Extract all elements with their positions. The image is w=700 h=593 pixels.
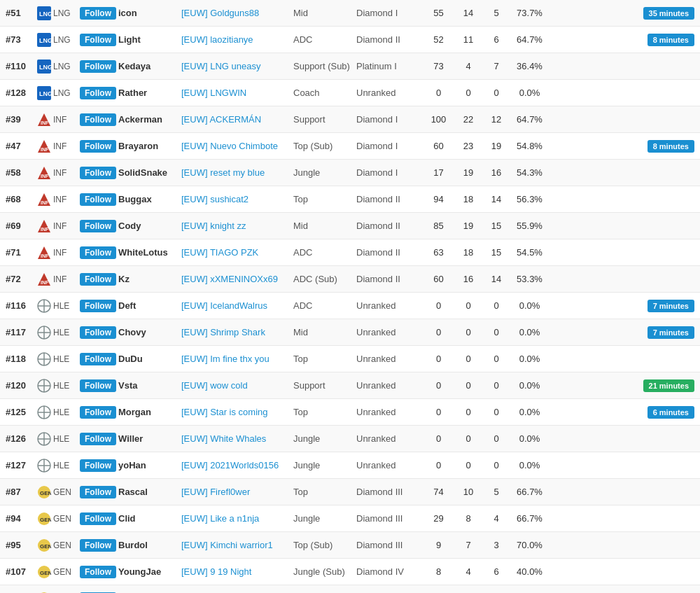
player-rank: #47 <box>6 141 35 151</box>
follow-cell: Follow <box>80 406 118 419</box>
player-name: Burdol <box>118 540 181 550</box>
team-code: INF <box>53 195 80 204</box>
games-count: 0 <box>423 460 454 470</box>
follow-button[interactable]: Follow <box>80 353 116 365</box>
player-account[interactable]: [EUW] ACKERMÁN <box>181 114 293 125</box>
player-rank: #71 <box>6 247 35 258</box>
player-role: Top <box>293 407 356 417</box>
follow-button[interactable]: Follow <box>80 566 116 578</box>
follow-button[interactable]: Follow <box>80 539 116 552</box>
follow-button[interactable]: Follow <box>80 167 116 179</box>
follow-button[interactable]: Follow <box>80 220 116 232</box>
svg-text:INF: INF <box>41 200 49 205</box>
player-rank: #87 <box>6 487 35 497</box>
player-role: Jungle <box>293 513 356 524</box>
follow-button[interactable]: Follow <box>80 246 116 259</box>
follow-button[interactable]: Follow <box>80 512 116 525</box>
games-count: 94 <box>423 194 454 204</box>
player-role: Top <box>293 354 356 364</box>
win-rate: 64.7% <box>510 34 549 45</box>
player-account[interactable]: [EUW] knight zz <box>181 221 293 231</box>
follow-cell: Follow <box>80 300 118 312</box>
follow-button[interactable]: Follow <box>80 459 116 472</box>
follow-button[interactable]: Follow <box>80 406 116 419</box>
player-account[interactable]: [EUW] 2021Worlds0156 <box>181 460 293 470</box>
follow-button[interactable]: Follow <box>80 60 116 73</box>
team-icon: GEN <box>35 565 53 579</box>
player-account[interactable]: [EUW] Like a n1nja <box>181 513 293 524</box>
follow-cell: Follow <box>80 273 118 286</box>
losses-count: 15 <box>482 221 510 231</box>
losses-count: 6 <box>482 34 510 45</box>
player-account[interactable]: [EUW] 9 19 Night <box>181 566 293 577</box>
live-badge: 6 minutes <box>648 406 694 419</box>
player-account[interactable]: [EUW] Goldguns88 <box>181 8 293 18</box>
player-account[interactable]: [EUW] IcelandWalrus <box>181 300 293 311</box>
follow-button[interactable]: Follow <box>80 87 116 99</box>
player-account[interactable]: [EUW] Star is coming <box>181 407 293 417</box>
losses-count: 6 <box>482 566 510 577</box>
follow-button[interactable]: Follow <box>80 140 116 153</box>
table-row: #121 GEN GEN Follow Ruler [EUW] ADADAD14… <box>0 585 700 593</box>
player-rank: #110 <box>6 61 35 71</box>
player-account[interactable]: [EUW] White Whales <box>181 433 293 444</box>
player-account[interactable]: [EUW] TIAGO PZK <box>181 247 293 258</box>
games-count: 0 <box>423 354 454 364</box>
table-row: #73 LNG LNG Follow Light [EUW] laozitian… <box>0 27 700 53</box>
player-role: Coach <box>293 88 356 98</box>
table-row: #110 LNG LNG Follow Kedaya [EUW] LNG une… <box>0 53 700 80</box>
wins-count: 18 <box>454 194 482 204</box>
team-icon <box>35 459 53 473</box>
player-account[interactable]: [EUW] reset my blue <box>181 167 293 178</box>
follow-button[interactable]: Follow <box>80 273 116 286</box>
follow-button[interactable]: Follow <box>80 113 116 126</box>
player-name: yoHan <box>118 460 181 470</box>
follow-button[interactable]: Follow <box>80 7 116 20</box>
follow-button[interactable]: Follow <box>80 379 116 392</box>
rank-tier: Diamond I <box>356 167 423 178</box>
player-account[interactable]: [EUW] wow cold <box>181 380 293 391</box>
win-rate: 73.7% <box>510 8 549 18</box>
win-rate: 54.5% <box>510 247 549 258</box>
follow-button[interactable]: Follow <box>80 486 116 498</box>
player-account[interactable]: [EUW] xXMENINOXx69 <box>181 274 293 284</box>
follow-cell: Follow <box>80 433 118 445</box>
follow-button[interactable]: Follow <box>80 326 116 339</box>
player-account[interactable]: [EUW] Im fine thx you <box>181 354 293 364</box>
player-role: Mid <box>293 221 356 231</box>
wins-count: 22 <box>454 114 482 125</box>
svg-text:GEN: GEN <box>40 570 51 576</box>
player-account[interactable]: [EUW] Kimchi warrior1 <box>181 540 293 550</box>
player-account[interactable]: [EUW] Firefl0wer <box>181 487 293 497</box>
player-account[interactable]: [EUW] LNG uneasy <box>181 61 293 71</box>
follow-button[interactable]: Follow <box>80 300 116 312</box>
follow-button[interactable]: Follow <box>80 34 116 46</box>
table-row: #116 HLE Follow Deft [EUW] IcelandWalrus… <box>0 293 700 319</box>
win-rate: 66.7% <box>510 513 549 524</box>
rank-tier: Diamond II <box>356 247 423 258</box>
player-account[interactable]: [EUW] Shrimp Shark <box>181 327 293 337</box>
svg-text:LNG: LNG <box>39 11 51 18</box>
follow-cell: Follow <box>80 87 118 99</box>
team-code: INF <box>53 141 80 151</box>
player-account[interactable]: [EUW] LNGWIN <box>181 88 293 98</box>
win-rate: 56.3% <box>510 194 549 204</box>
team-icon: LNG <box>35 86 53 100</box>
player-account[interactable]: [EUW] sushicat2 <box>181 194 293 204</box>
follow-button[interactable]: Follow <box>80 433 116 445</box>
win-rate: 0.0% <box>510 300 549 311</box>
live-badge: 35 minutes <box>643 7 694 20</box>
follow-button[interactable]: Follow <box>80 193 116 206</box>
team-icon: GEN <box>35 538 53 552</box>
player-rank: #39 <box>6 114 35 125</box>
rank-tier: Diamond II <box>356 221 423 231</box>
player-account[interactable]: [EUW] laozitianye <box>181 34 293 45</box>
player-rank: #127 <box>6 460 35 470</box>
wins-count: 0 <box>454 88 482 98</box>
follow-cell: Follow <box>80 167 118 179</box>
player-name: SolidSnake <box>118 167 181 178</box>
games-count: 63 <box>423 247 454 258</box>
player-role: Top <box>293 194 356 204</box>
player-account[interactable]: [EUW] Nuevo Chimbote <box>181 141 293 151</box>
player-rank: #118 <box>6 354 35 364</box>
